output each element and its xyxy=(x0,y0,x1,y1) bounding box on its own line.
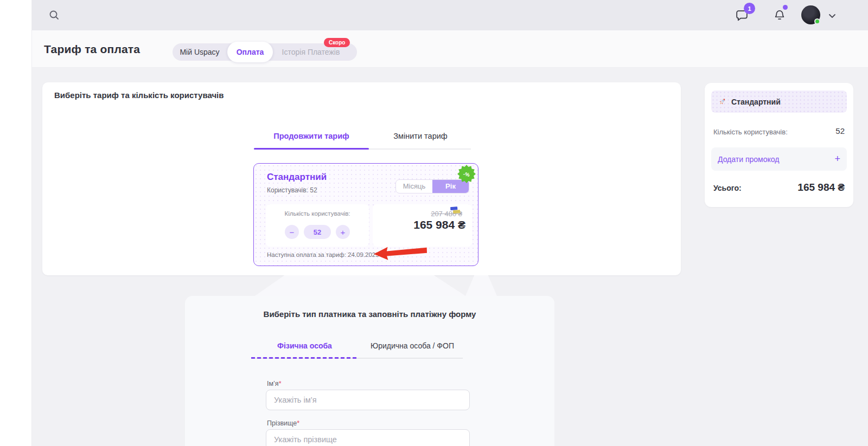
plan-users-count: Користувачів: 52 xyxy=(267,186,317,194)
period-month-button[interactable]: Місяць xyxy=(396,180,432,193)
tab-extend-tariff-active[interactable]: Продовжити тариф xyxy=(254,132,369,140)
payer-tab-underline-active xyxy=(251,357,358,359)
chat-unread-badge: 1 xyxy=(744,3,755,14)
tab-legal-entity[interactable]: Юридична особа / ФОП xyxy=(358,341,467,350)
last-name-field[interactable] xyxy=(266,429,470,446)
discount-badge-label: -% xyxy=(455,163,478,185)
ukraine-flag-icon xyxy=(450,206,461,214)
plus-icon: + xyxy=(834,153,840,165)
payer-section-title: Виберіть тип платника та заповніть платі… xyxy=(185,309,554,319)
chevron-down-icon[interactable] xyxy=(827,10,838,21)
summary-users-label: Кількість користувачів: xyxy=(713,128,788,136)
decrease-users-button[interactable]: − xyxy=(285,225,299,239)
page-title: Тариф та оплата xyxy=(44,43,140,56)
page-header xyxy=(31,30,868,68)
plan-name: Стандартний xyxy=(267,172,327,183)
user-quantity-stepper: − 52 + xyxy=(266,224,369,240)
tab-my-uspacy[interactable]: Мій Uspacy xyxy=(173,43,227,61)
summary-users-value: 52 xyxy=(787,126,845,135)
section-title: Виберіть тариф та кількість користувачів xyxy=(54,91,224,100)
sidebar xyxy=(0,0,31,446)
decor-beam xyxy=(465,275,497,296)
notifications-bell-icon[interactable] xyxy=(773,8,787,22)
tab-underline-active xyxy=(254,148,369,150)
required-asterisk: * xyxy=(297,419,299,427)
last-name-label: Прізвище* xyxy=(267,419,299,427)
rocket-icon xyxy=(718,97,727,106)
soon-badge: Скоро xyxy=(324,38,350,47)
app-canvas: 1 U xyxy=(0,0,868,446)
online-status-dot xyxy=(814,18,820,24)
add-promo-code-label: Додати промокод xyxy=(718,155,779,164)
summary-plan-banner: Стандартний xyxy=(711,91,847,113)
required-asterisk: * xyxy=(279,380,282,387)
add-promo-code-row[interactable]: Додати промокод + xyxy=(711,147,847,171)
search-icon[interactable] xyxy=(48,9,61,22)
total-value: 165 984 ₴ xyxy=(757,182,845,193)
next-payment-date: Наступна оплата за тариф: 24.09.2025 xyxy=(267,251,379,258)
notifications-dot xyxy=(783,5,788,10)
summary-plan-name: Стандартний xyxy=(731,98,781,106)
current-price: 165 984 ₴ xyxy=(373,218,465,231)
user-quantity-label: Кількість користувачів: xyxy=(266,210,369,217)
decor-beam xyxy=(255,275,465,296)
increase-users-button[interactable]: + xyxy=(336,225,350,239)
first-name-label: Ім’я* xyxy=(267,380,282,387)
users-count-value: 52 xyxy=(304,225,331,239)
total-label: Усього: xyxy=(713,184,742,192)
tab-change-tariff[interactable]: Змінити тариф xyxy=(369,132,472,140)
tab-individual-active[interactable]: Фізична особа xyxy=(251,341,358,350)
tab-payment-active[interactable]: Оплата xyxy=(227,42,273,62)
annotation-arrow xyxy=(374,244,429,261)
first-name-field[interactable] xyxy=(266,390,470,410)
